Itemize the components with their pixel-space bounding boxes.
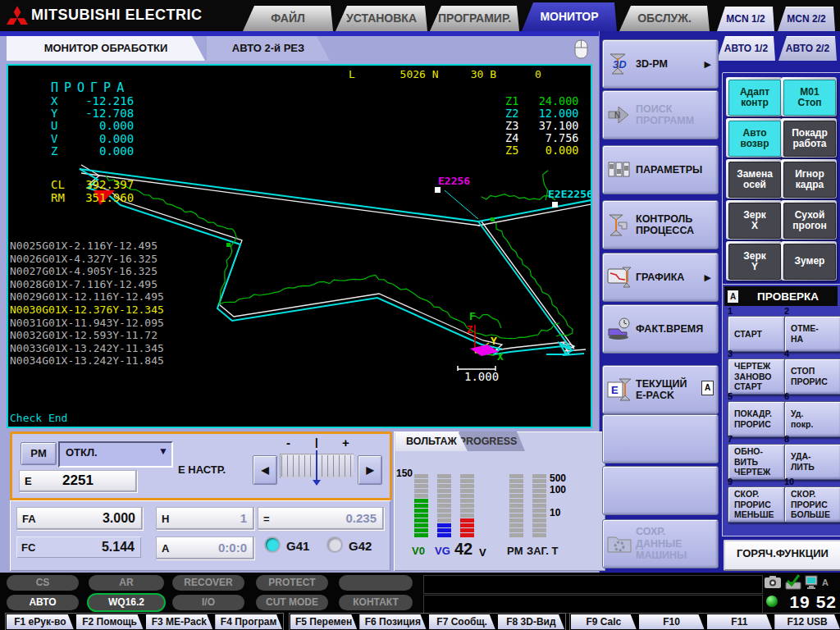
sidebar-item-10[interactable]: СОХР. ДАННЫЕ МАШИНЫ	[602, 519, 719, 568]
proverka-button-2[interactable]: ОТМЕ- НА	[784, 316, 840, 352]
svg-text:E: E	[611, 384, 619, 396]
eq-field[interactable]: = 0.235	[258, 507, 384, 530]
proverka-num: 6	[784, 391, 789, 401]
e-pack-icon: E	[603, 377, 636, 402]
subtab-2[interactable]: АВТО 2-й РЕЗ	[207, 36, 330, 61]
search-program-icon: N	[603, 105, 636, 125]
eq-label: =	[263, 513, 270, 525]
tab-обслуж[interactable]: ОБСЛУЖ.	[619, 6, 710, 31]
e-code-field[interactable]: E 2251	[19, 470, 137, 492]
proverka-button-9[interactable]: СКОР. ПРОРИС МЕНЬШЕ	[728, 486, 786, 523]
proverka-button-6[interactable]: Уд. покр.	[784, 401, 840, 437]
tab-файл[interactable]: ФАЙЛ	[243, 6, 333, 31]
proverka-num: 7	[728, 434, 733, 444]
fkey-f12[interactable]: F12 USB	[774, 614, 840, 629]
subtab-1[interactable]: МОНИТОР ОБРАБОТКИ	[7, 36, 205, 61]
submenu-arrow-icon: ▶	[705, 272, 711, 283]
e-adjust-increase-button[interactable]: ▶	[358, 455, 382, 485]
volt-unit-label: V	[479, 546, 486, 559]
fkey-f7[interactable]: F7 Сообщ.	[429, 614, 495, 629]
sidebar-item-3[interactable]: ПАРАМЕТРЫ	[602, 145, 719, 194]
status-pill-empty	[339, 575, 413, 591]
fkey-f8[interactable]: F8 3D-Вид	[498, 614, 564, 629]
tab-mcn-1[interactable]: MCN 1/2	[717, 7, 774, 31]
h-label: H	[162, 513, 169, 525]
3d-pm-icon: 3D	[603, 52, 636, 76]
a-badge: A	[701, 381, 714, 395]
sidebar-item-label: ПАРАМЕТРЫ	[636, 164, 702, 176]
toggle-покадр-работа[interactable]: Покадр работа	[781, 118, 837, 158]
status-pill-контакт: КОНТАКТ	[339, 595, 413, 610]
fkey-f6[interactable]: F6 Позиция	[359, 614, 426, 629]
meter-scale-500: 500	[550, 472, 566, 484]
g42-label: G42	[349, 539, 372, 553]
tab-auto-2[interactable]: АВТО 2/2	[778, 36, 837, 61]
tab-установка[interactable]: УСТАНОВКА	[336, 6, 427, 31]
sidebar-item-label: ТЕКУЩИЙ E-PACK	[636, 378, 687, 402]
tab-voltage[interactable]: ВОЛЬТАЖ	[395, 431, 468, 451]
toggle-замена-осей[interactable]: Замена осей	[726, 159, 782, 199]
g41-radio[interactable]	[266, 538, 279, 551]
proverka-button-5[interactable]: ПОКАДР. ПРОРИС	[728, 401, 786, 437]
computer-icon	[804, 574, 820, 591]
fkey-f2[interactable]: F2 Помощь	[76, 614, 144, 629]
graphics-icon	[603, 266, 636, 289]
tab-auto-1[interactable]: АВТО 1/2	[717, 36, 775, 61]
toggle-зерк-x[interactable]: Зерк X	[726, 200, 782, 240]
hot-functions-button[interactable]: ГОРЯЧ.ФУНКЦИИ	[724, 540, 840, 571]
camera-icon[interactable]	[765, 576, 781, 589]
tab-монитор[interactable]: МОНИТОР	[522, 2, 617, 31]
proverka-button-10[interactable]: СКОР. ПРОРИС БОЛЬШЕ	[784, 486, 840, 523]
proverka-button-3[interactable]: ЧЕРТЕЖ ЗАНОВО СТАРТ	[728, 358, 786, 395]
proverka-button-1[interactable]: СТАРТ	[728, 316, 786, 352]
a-field[interactable]: A 0:0:0	[156, 536, 254, 559]
fkey-f4[interactable]: F4 Програм	[215, 614, 282, 629]
act-time-icon	[603, 317, 636, 340]
sidebar-item-1[interactable]: 3D3D-PM▶	[602, 39, 719, 89]
toggle-игнор-кадра[interactable]: Игнор кадра	[781, 159, 837, 199]
fkey-f10[interactable]: F10	[639, 614, 705, 629]
toggle-авто-возвр[interactable]: Авто возвр	[726, 118, 782, 158]
fkey-f5[interactable]: F5 Перемен	[290, 614, 357, 629]
toggle-м01-стоп[interactable]: М01 Стоп	[781, 77, 837, 116]
sidebar-item-2[interactable]: NПОИСК ПРОГРАММ	[602, 90, 719, 139]
fkey-f1[interactable]: F1 еРук-во	[7, 614, 74, 629]
fc-value: 5.144	[102, 540, 135, 555]
fkey-f3[interactable]: F3 ME-Pack	[146, 614, 213, 629]
fc-label: FC	[21, 541, 35, 554]
toggle-зумер[interactable]: Зумер	[781, 241, 837, 281]
status-pill-recover: RECOVER	[172, 575, 244, 591]
proverka-button-8[interactable]: УДА- ЛИТЬ	[784, 444, 840, 480]
proverka-button-4[interactable]: СТОП ПРОРИС	[784, 358, 840, 395]
toggle-зерк-y[interactable]: Зерк Y	[726, 241, 782, 281]
tab-програмир[interactable]: ПРОГРАМИР.	[430, 6, 519, 31]
fkey-f9[interactable]: F9 Calc	[571, 614, 637, 629]
tab-mcn-2[interactable]: MCN 2/2	[778, 7, 835, 31]
sidebar-item-4[interactable]: КОНТРОЛЬ ПРОЦЕССА	[602, 200, 719, 249]
sidebar-item-label: ГРАФИКА	[636, 272, 684, 283]
toggle-сухой-прогон[interactable]: Сухой прогон	[781, 200, 837, 240]
toggle-адапт-контр[interactable]: Адапт контр	[726, 77, 782, 116]
proverka-button-7[interactable]: ОБНО- ВИТЬ ЧЕРТЕЖ	[728, 444, 786, 480]
sidebar-item-7[interactable]: EТЕКУЩИЙ E-PACKA	[602, 365, 719, 414]
slider-pointer-arrow	[313, 480, 321, 486]
h-field[interactable]: H 1	[156, 507, 254, 530]
sidebar-item-6[interactable]: ФАКТ.ВРЕМЯ	[602, 304, 719, 354]
e-adjust-decrease-button[interactable]: ◀	[253, 455, 277, 485]
e-adjust-slider[interactable]: - + |	[280, 436, 354, 486]
svg-text:E2E2256: E2E2256	[548, 188, 591, 200]
sidebar-item-label: СОХР. ДАННЫЕ МАШИНЫ	[636, 526, 687, 561]
sidebar-item-5[interactable]: ГРАФИКА▶	[602, 253, 719, 302]
keyboard-check-icon	[784, 574, 802, 591]
proverka-num: 1	[728, 306, 733, 316]
g42-radio[interactable]	[328, 538, 341, 551]
fa-field[interactable]: FA 3.000	[16, 507, 143, 530]
z-row: Z2 12.000	[505, 107, 578, 120]
slider-center-mark: |	[315, 436, 318, 448]
sidebar-item-9[interactable]	[602, 466, 719, 515]
fkey-f11[interactable]: F11	[707, 614, 773, 629]
sidebar-item-8[interactable]	[602, 414, 719, 463]
slider-pointer[interactable]	[316, 450, 317, 482]
brand-title: MITSUBISHI ELECTRIC	[31, 7, 203, 24]
pm-mode-dropdown[interactable]: ОТКЛ. ▼	[58, 441, 173, 468]
